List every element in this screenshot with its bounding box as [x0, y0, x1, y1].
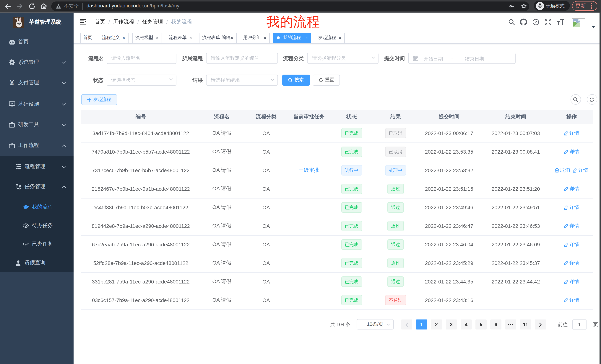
- svg-text:?: ?: [535, 20, 537, 24]
